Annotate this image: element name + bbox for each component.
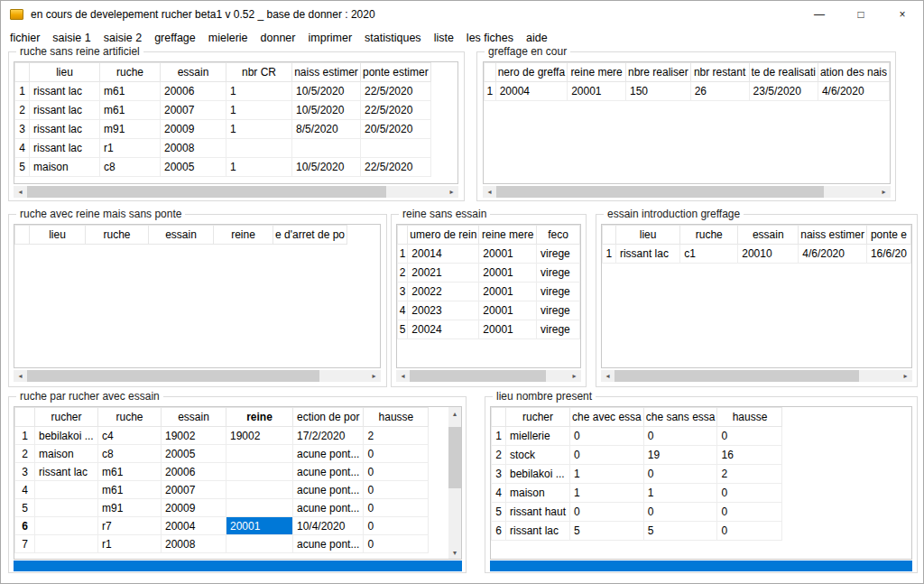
cell[interactable] xyxy=(35,517,98,535)
cell[interactable]: 23/5/2020 xyxy=(749,82,818,101)
cell[interactable]: 0 xyxy=(570,446,644,465)
scroll-right-icon[interactable]: ▸ xyxy=(877,186,891,198)
corner-header[interactable] xyxy=(15,408,35,427)
cell[interactable]: 20007 xyxy=(161,101,226,120)
cell[interactable]: virege xyxy=(537,245,580,264)
column-header[interactable]: reine xyxy=(214,226,273,245)
row-header[interactable]: 2 xyxy=(15,445,35,463)
column-header[interactable]: reine mere xyxy=(479,226,537,245)
horizontal-scrollbar[interactable]: ◂ ▸ xyxy=(483,186,891,198)
scrollbar-thumb[interactable] xyxy=(27,186,386,198)
row-header[interactable]: 4 xyxy=(15,481,35,499)
corner-header[interactable] xyxy=(485,63,496,82)
column-header[interactable]: ection de por xyxy=(293,408,364,427)
cell[interactable]: 20024 xyxy=(408,320,479,339)
cell[interactable]: 10/5/2020 xyxy=(292,158,361,177)
cell[interactable]: 22/5/2020 xyxy=(361,158,431,177)
cell[interactable]: maison xyxy=(35,445,98,463)
column-header[interactable]: lieu xyxy=(615,226,679,245)
menu-item-imprimer[interactable]: imprimer xyxy=(301,30,358,46)
cell[interactable]: 5 xyxy=(570,522,644,541)
cell[interactable]: 20009 xyxy=(161,120,226,139)
cell[interactable]: 20001 xyxy=(479,283,537,301)
column-header[interactable]: ponte estimer xyxy=(361,63,431,82)
cell[interactable]: rissant lac xyxy=(30,139,100,158)
column-header[interactable]: hausse xyxy=(364,408,429,427)
scrollbar-thumb[interactable] xyxy=(614,370,859,382)
cell[interactable]: 10/5/2020 xyxy=(292,82,361,101)
column-header[interactable]: essain xyxy=(161,63,226,82)
scrollbar-track[interactable] xyxy=(448,420,461,546)
cell[interactable]: 0 xyxy=(643,465,717,484)
cell[interactable]: bebilakoi ... xyxy=(506,465,570,484)
cell[interactable]: 1 xyxy=(226,101,292,120)
column-header[interactable]: essain xyxy=(738,226,799,245)
cell[interactable]: maison xyxy=(30,158,100,177)
row-header[interactable]: 1 xyxy=(485,82,496,101)
row-header[interactable]: 1 xyxy=(15,82,30,101)
row-header[interactable]: 6 xyxy=(15,517,35,535)
scrollbar-thumb[interactable] xyxy=(27,370,319,382)
horizontal-scrollbar[interactable]: ◂ ▸ xyxy=(601,370,912,382)
menu-item-aide[interactable]: aide xyxy=(520,30,554,46)
column-header[interactable]: e d'arret de po xyxy=(273,226,347,245)
corner-header[interactable] xyxy=(15,226,30,245)
menu-item-fichier[interactable]: fichier xyxy=(4,30,46,46)
cell[interactable]: 0 xyxy=(643,427,717,446)
column-header[interactable]: feco xyxy=(537,226,580,245)
horizontal-scrollbar[interactable] xyxy=(490,561,912,571)
cell[interactable]: 20/5/2020 xyxy=(361,120,431,139)
cell[interactable]: 20005 xyxy=(161,158,226,177)
cell[interactable]: rissant lac xyxy=(30,120,100,139)
cell[interactable]: 2 xyxy=(364,427,429,445)
cell[interactable]: 16 xyxy=(717,446,782,465)
cell[interactable]: 20022 xyxy=(408,283,479,301)
cell[interactable]: r1 xyxy=(100,139,161,158)
scroll-right-icon[interactable]: ▸ xyxy=(899,370,912,382)
row-header[interactable]: 5 xyxy=(492,503,506,522)
cell[interactable]: m61 xyxy=(98,463,162,481)
column-header[interactable]: essain xyxy=(162,408,226,427)
column-header[interactable]: nero de greffa xyxy=(495,63,568,82)
cell[interactable] xyxy=(226,139,292,158)
cell[interactable]: m91 xyxy=(98,499,162,517)
column-header[interactable]: ruche xyxy=(100,63,161,82)
cell[interactable]: rissant lac xyxy=(30,82,100,101)
cell[interactable]: rissant haut xyxy=(506,503,570,522)
cell[interactable] xyxy=(361,139,431,158)
cell[interactable]: c4 xyxy=(98,427,162,445)
column-header[interactable]: ruche xyxy=(680,226,738,245)
corner-header[interactable] xyxy=(15,63,30,82)
scrollbar-thumb[interactable] xyxy=(448,427,461,487)
cell[interactable]: 4/6/2020 xyxy=(799,245,867,264)
cell[interactable]: 19 xyxy=(643,446,717,465)
cell[interactable]: 0 xyxy=(364,499,429,517)
cell[interactable]: 20021 xyxy=(408,264,479,283)
scroll-left-icon[interactable]: ◂ xyxy=(14,186,27,198)
minimize-button[interactable]: — xyxy=(799,1,840,28)
cell[interactable] xyxy=(226,499,293,517)
cell[interactable]: 0 xyxy=(570,427,644,446)
scroll-left-icon[interactable]: ◂ xyxy=(14,370,27,382)
cell[interactable]: m61 xyxy=(98,481,162,499)
scrollbar-thumb[interactable] xyxy=(496,186,824,198)
cell[interactable]: maison xyxy=(506,484,570,503)
cell[interactable]: 19002 xyxy=(226,427,293,445)
horizontal-scrollbar[interactable]: ◂ ▸ xyxy=(14,370,381,382)
row-header[interactable]: 3 xyxy=(492,465,506,484)
menu-item-greffage[interactable]: greffage xyxy=(148,30,202,46)
cell[interactable]: virege xyxy=(537,320,580,339)
cell[interactable]: 20023 xyxy=(408,301,479,320)
menu-item-mielerie[interactable]: mielerie xyxy=(202,30,254,46)
cell[interactable]: 150 xyxy=(625,82,690,101)
column-header[interactable]: nbr restant xyxy=(690,63,749,82)
scroll-left-icon[interactable]: ◂ xyxy=(601,370,614,382)
cell[interactable]: acune pont... xyxy=(293,481,364,499)
cell[interactable]: c8 xyxy=(98,445,162,463)
cell[interactable]: c1 xyxy=(680,245,738,264)
cell[interactable]: acune pont... xyxy=(293,535,364,553)
cell[interactable]: 0 xyxy=(643,503,717,522)
cell[interactable]: 20010 xyxy=(738,245,799,264)
maximize-button[interactable]: □ xyxy=(840,1,882,28)
scroll-down-icon[interactable]: ▾ xyxy=(448,546,461,559)
